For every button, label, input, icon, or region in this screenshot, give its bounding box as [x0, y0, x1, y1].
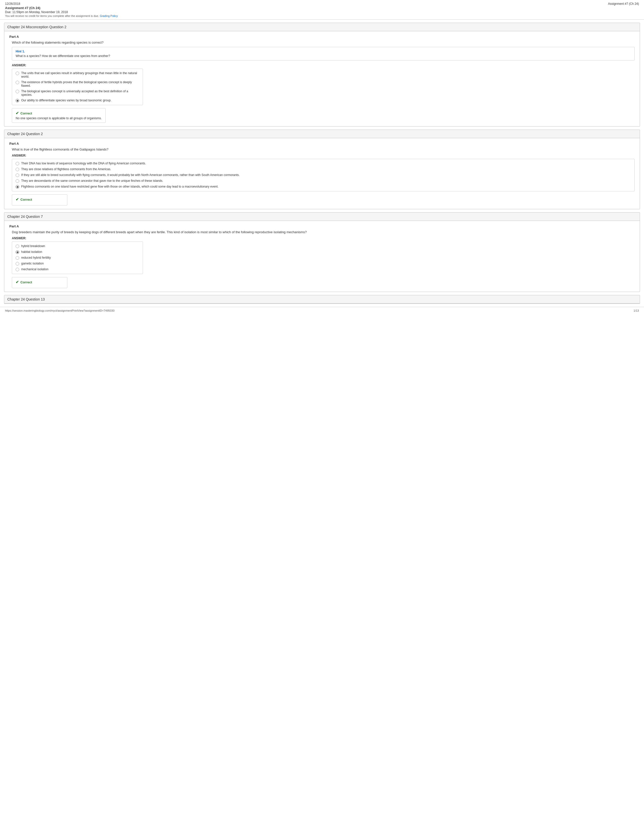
radio-0-2[interactable]: [16, 90, 19, 93]
page-footer: https://session.masteringbiology.com/myc…: [0, 307, 644, 314]
option-text-1-4: Flightless cormorants on one island have…: [21, 185, 218, 188]
radio-1-3[interactable]: [16, 179, 19, 183]
question-text-0: Which of the following statements regard…: [9, 40, 635, 44]
radio-1-1[interactable]: [16, 168, 19, 171]
radio-1-0[interactable]: [16, 162, 19, 166]
section-box-2: Chapter 24 Question 7Part ADog breeders …: [4, 212, 640, 292]
option-text-0-1: The existence of fertile hybrids proves …: [21, 80, 139, 87]
options-container-1: Their DNA has low levels of sequence hom…: [12, 159, 635, 191]
correct-box-2: ✔Correct: [12, 277, 67, 288]
option-row-2-4[interactable]: mechanical isolation: [16, 267, 139, 271]
radio-0-0[interactable]: [16, 72, 19, 75]
option-text-1-3: They are descendants of the same common …: [21, 179, 163, 183]
part-label-1: Part A: [9, 142, 635, 145]
section-header-1: Chapter 24 Question 2: [4, 130, 640, 138]
option-text-2-2: reduced hybrid fertility: [21, 256, 51, 259]
section-body-2: Part ADog breeders maintain the purity o…: [4, 221, 640, 292]
assignment-title: Assignment #7 (Ch 24): [5, 6, 639, 10]
option-row-2-3[interactable]: gametic isolation: [16, 262, 139, 265]
hint-box-0: Hint 1.What is a species? How do we diff…: [12, 47, 635, 61]
hint-title-0[interactable]: Hint 1.: [16, 50, 631, 53]
option-row-1-3[interactable]: They are descendants of the same common …: [16, 179, 631, 183]
option-row-0-2[interactable]: The biological species concept is univer…: [16, 90, 139, 96]
option-row-2-0[interactable]: hybrid breakdown: [16, 244, 139, 248]
correct-text-label-2: Correct: [21, 280, 32, 284]
radio-1-4[interactable]: [16, 185, 19, 188]
page-header: 12/26/2018 Assignment #7 (Ch 24) Assignm…: [0, 0, 644, 20]
date: 12/26/2018: [5, 2, 20, 6]
option-text-2-1: habitat isolation: [21, 250, 42, 254]
title-center: Assignment #7 (Ch 24): [608, 2, 639, 6]
option-row-1-2[interactable]: If they are still able to breed successf…: [16, 173, 631, 177]
correct-text-label-1: Correct: [21, 198, 32, 201]
options-container-0: The units that we call species result in…: [12, 69, 143, 105]
radio-0-3[interactable]: [16, 99, 19, 102]
due-date: Due: 11:59pm on Monday, November 19, 201…: [5, 10, 639, 14]
grading-policy-link[interactable]: Grading Policy: [100, 14, 118, 18]
option-row-1-1[interactable]: They are close relatives of flightless c…: [16, 167, 631, 171]
option-row-2-1[interactable]: habitat isolation: [16, 250, 139, 254]
answer-label-2: ANSWER:: [9, 236, 635, 240]
section-header-0: Chapter 24 Misconception Question 2: [4, 23, 640, 31]
option-row-0-3[interactable]: Our ability to differentiate species var…: [16, 98, 139, 102]
section-body-0: Part AWhich of the following statements …: [4, 31, 640, 126]
radio-2-2[interactable]: [16, 256, 19, 260]
option-text-1-2: If they are still able to breed successf…: [21, 173, 240, 177]
question-text-2: Dog breeders maintain the purity of bree…: [9, 230, 635, 234]
section-header-3: Chapter 24 Question 13: [4, 295, 640, 304]
radio-2-1[interactable]: [16, 250, 19, 254]
correct-text-label-0: Correct: [21, 111, 32, 115]
option-row-1-0[interactable]: Their DNA has low levels of sequence hom…: [16, 162, 631, 166]
checkmark-icon-2: ✔: [16, 280, 19, 285]
option-text-0-0: The units that we call species result in…: [21, 71, 139, 79]
option-text-2-3: gametic isolation: [21, 262, 43, 265]
radio-0-1[interactable]: [16, 81, 19, 84]
option-text-0-2: The biological species concept is univer…: [21, 90, 139, 96]
option-text-2-4: mechanical isolation: [21, 267, 48, 271]
question-text-1: What is true of the flightless cormorant…: [9, 148, 635, 151]
option-text-2-0: hybrid breakdown: [21, 244, 45, 248]
part-label-2: Part A: [9, 224, 635, 228]
answer-label-0: ANSWER:: [9, 64, 635, 67]
section-box-0: Chapter 24 Misconception Question 2Part …: [4, 23, 640, 127]
options-container-2: hybrid breakdownhabitat isolationreduced…: [12, 241, 143, 274]
correct-box-1: ✔Correct: [12, 195, 67, 206]
correct-label-0: ✔Correct: [16, 111, 102, 116]
checkmark-icon-0: ✔: [16, 111, 19, 116]
option-text-1-1: They are close relatives of flightless c…: [21, 167, 111, 171]
correct-label-2: ✔Correct: [16, 280, 64, 285]
option-row-0-1[interactable]: The existence of fertile hybrids proves …: [16, 80, 139, 87]
footer-url: https://session.masteringbiology.com/myc…: [5, 309, 114, 312]
radio-2-4[interactable]: [16, 268, 19, 271]
correct-explanation-0: No one species concept is applicable to …: [16, 116, 102, 120]
correct-label-1: ✔Correct: [16, 197, 64, 202]
option-row-0-0[interactable]: The units that we call species result in…: [16, 71, 139, 79]
hint-text-0: What is a species? How do we differentia…: [16, 54, 631, 58]
option-row-2-2[interactable]: reduced hybrid fertility: [16, 256, 139, 260]
option-text-1-0: Their DNA has low levels of sequence hom…: [21, 162, 146, 165]
section-box-3: Chapter 24 Question 13: [4, 295, 640, 304]
radio-1-2[interactable]: [16, 174, 19, 177]
sections-container: Chapter 24 Misconception Question 2Part …: [0, 23, 644, 304]
grading-note: You will receive no credit for items you…: [5, 14, 639, 18]
section-box-1: Chapter 24 Question 2Part AWhat is true …: [4, 130, 640, 209]
radio-2-0[interactable]: [16, 244, 19, 248]
part-label-0: Part A: [9, 35, 635, 39]
option-row-1-4[interactable]: Flightless cormorants on one island have…: [16, 185, 631, 188]
correct-box-0: ✔CorrectNo one species concept is applic…: [12, 108, 106, 123]
checkmark-icon-1: ✔: [16, 197, 19, 202]
section-body-1: Part AWhat is true of the flightless cor…: [4, 138, 640, 209]
section-header-2: Chapter 24 Question 7: [4, 212, 640, 221]
radio-2-3[interactable]: [16, 262, 19, 265]
page-number: 1/13: [634, 309, 639, 312]
option-text-0-3: Our ability to differentiate species var…: [21, 98, 111, 102]
answer-label-1: ANSWER:: [9, 154, 635, 157]
